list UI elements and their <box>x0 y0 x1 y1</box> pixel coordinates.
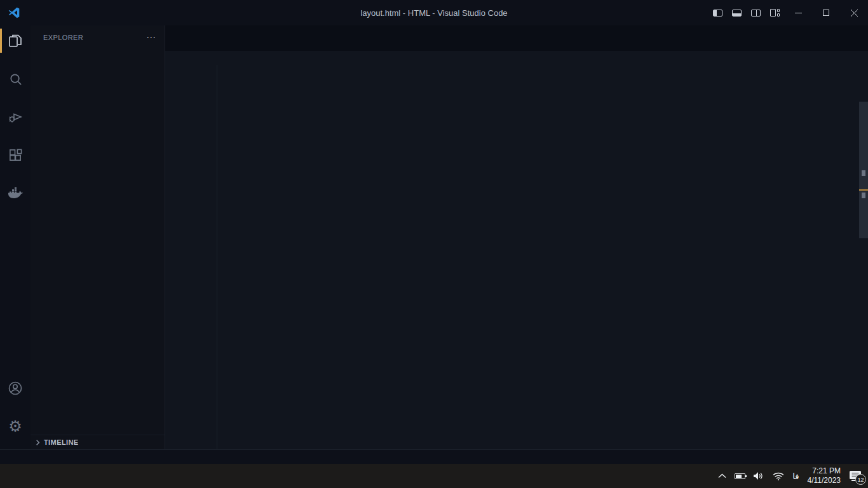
customize-layout-button[interactable] <box>765 0 784 25</box>
editor-scrollbar[interactable] <box>859 65 868 449</box>
docker-icon <box>7 186 24 200</box>
overview-marker <box>862 193 865 198</box>
notification-count-badge: 12 <box>855 474 866 485</box>
maximize-icon <box>823 10 829 16</box>
code-editor[interactable] <box>165 65 868 449</box>
extensions-icon <box>8 148 23 163</box>
wifi-icon[interactable] <box>773 472 784 480</box>
status-bar <box>0 449 868 464</box>
panel-layout-icon <box>732 10 742 17</box>
activity-extensions-button[interactable] <box>0 140 31 170</box>
maximize-button[interactable] <box>812 0 840 25</box>
battery-icon[interactable] <box>735 473 745 479</box>
run-debug-icon <box>8 109 23 125</box>
close-icon <box>851 10 858 17</box>
search-icon <box>8 72 23 86</box>
section-timeline[interactable]: TIMELINE <box>31 435 165 449</box>
window-title: layout.html - HTML - Visual Studio Code <box>360 8 507 18</box>
breadcrumb <box>165 51 868 65</box>
activity-bar: ⚙ <box>0 25 31 449</box>
windows-taskbar: فا 7:21 PM 4/11/2023 12 <box>0 464 868 488</box>
tray-chevron-up-icon[interactable] <box>718 473 726 478</box>
minimize-icon <box>795 10 802 17</box>
tray-time: 7:21 PM <box>808 466 841 476</box>
customize-layout-icon <box>770 9 780 17</box>
toggle-secondary-sidebar-button[interactable] <box>746 0 765 25</box>
activity-search-button[interactable] <box>0 64 31 94</box>
settings-button[interactable]: ⚙ <box>0 411 31 442</box>
activity-explorer-button[interactable] <box>0 25 31 56</box>
close-button[interactable] <box>840 0 868 25</box>
volume-icon[interactable] <box>754 471 764 480</box>
tray-date: 4/11/2023 <box>808 476 841 485</box>
gear-icon: ⚙ <box>8 419 22 434</box>
title-bar: layout.html - HTML - Visual Studio Code <box>0 0 868 25</box>
notification-center-button[interactable]: 12 <box>849 470 862 482</box>
toggle-panel-button[interactable] <box>727 0 746 25</box>
explorer-more-actions-icon[interactable]: ⋯ <box>146 32 157 43</box>
files-icon <box>8 33 23 48</box>
account-icon <box>8 381 23 396</box>
activity-docker-button[interactable] <box>0 178 31 208</box>
clock[interactable]: 7:21 PM 4/11/2023 <box>808 466 841 485</box>
activity-run-debug-button[interactable] <box>0 102 31 132</box>
minimize-button[interactable] <box>784 0 812 25</box>
keyboard-language-indicator[interactable]: فا <box>792 471 799 481</box>
explorer-sidebar: EXPLORER ⋯ TIMELINE <box>31 25 165 449</box>
accounts-button[interactable] <box>0 373 31 403</box>
tab-strip <box>165 25 868 51</box>
toggle-sidebar-button[interactable] <box>708 0 727 25</box>
overview-cursor-marker <box>859 189 868 191</box>
secondary-sidebar-layout-icon <box>751 10 761 17</box>
explorer-title: EXPLORER <box>43 34 83 41</box>
overview-marker <box>862 170 865 176</box>
vscode-logo-icon <box>8 6 20 19</box>
chevron-right-icon <box>34 439 41 446</box>
sidebar-layout-icon <box>713 10 722 17</box>
